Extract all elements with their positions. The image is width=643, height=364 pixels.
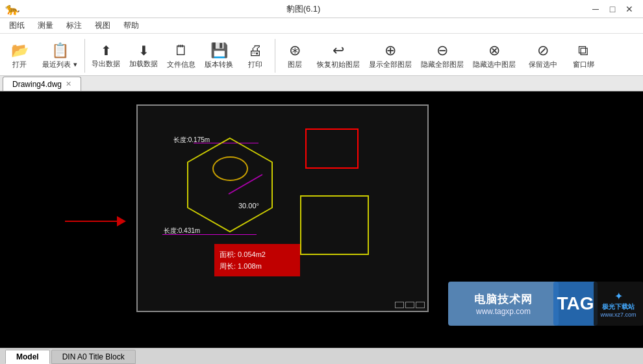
drawing-area: 长度:0.175m 30.00° 长度:0.431m 面积: 0.054m2 周… <box>136 104 429 312</box>
mark1 <box>395 302 404 308</box>
app-logo: 🐆 <box>5 2 19 16</box>
fileinfo-label: 文件信息 <box>167 60 195 69</box>
watermark-sitename: 电脑技术网 <box>474 292 533 307</box>
export-button[interactable]: ⬆ 导出数据 <box>88 38 124 75</box>
doc-tab-label: Drawing4.dwg <box>12 80 62 89</box>
separator1 <box>84 39 85 73</box>
window-label: 窗口绑 <box>573 60 594 69</box>
separator2 <box>275 39 275 73</box>
menu-item-measure[interactable]: 测量 <box>31 19 60 32</box>
jiguang-logo: ✦ 极光下载站 www.xz7.com <box>594 282 643 326</box>
info-area: 面积: 0.054m2 <box>220 250 295 260</box>
corner-marks <box>395 302 425 308</box>
titlebar: 🐆 豹图(6.1) ─ □ ✕ <box>0 0 643 18</box>
keep-sel-label: 保留选中 <box>529 60 557 69</box>
window-icon: ⧉ <box>578 43 588 58</box>
tag-label: TAG <box>557 293 594 314</box>
maximize-button[interactable]: □ <box>604 3 621 16</box>
recent-label: 最近列表 ▾ <box>42 60 77 69</box>
jiguang-url: www.xz7.com <box>600 311 636 318</box>
open-button[interactable]: 📂 打开 <box>3 38 36 75</box>
hide-sel-button[interactable]: ⊗ 隐藏选中图层 <box>469 38 520 75</box>
doc-tab-close[interactable]: ✕ <box>66 80 71 88</box>
status-tab-din[interactable]: DIN A0 Title Block <box>51 350 136 364</box>
logo-icon: 🐆 <box>5 2 19 16</box>
jiguang-text: 极光下载站 <box>602 302 635 311</box>
export-icon: ⬆ <box>101 44 112 57</box>
jiguang-star: ✦ <box>614 290 623 302</box>
fileinfo-button[interactable]: 🗒 文件信息 <box>163 38 199 75</box>
open-icon: 📂 <box>11 43 29 58</box>
menu-item-help[interactable]: 帮助 <box>117 19 145 32</box>
minimize-button[interactable]: ─ <box>587 3 604 16</box>
recent-button[interactable]: 📋 最近列表 ▾ <box>38 38 82 75</box>
recent-icon: 📋 <box>51 43 69 58</box>
info-perimeter: 周长: 1.008m <box>220 261 295 271</box>
hide-layer-label: 隐藏全部图层 <box>421 60 464 69</box>
red-rect-shape <box>305 128 359 169</box>
hide-sel-label: 隐藏选中图层 <box>473 60 516 69</box>
menu-item-view[interactable]: 视图 <box>88 19 117 32</box>
yellow-rect-shape <box>300 195 369 255</box>
open-label: 打开 <box>12 60 27 69</box>
restore-layer-icon: ↩ <box>333 43 344 58</box>
app-title: 豹图(6.1) <box>19 3 587 15</box>
main-canvas: 长度:0.175m 30.00° 长度:0.431m 面积: 0.054m2 周… <box>0 91 643 348</box>
mark3 <box>416 302 425 308</box>
ribbon: 图纸 测量 标注 视图 帮助 📂 打开 📋 最近列表 ▾ ⬆ 导出数据 ⬇ 加载… <box>0 18 643 76</box>
arrow-head <box>117 216 126 226</box>
menu-item-annotation[interactable]: 标注 <box>60 19 88 32</box>
hide-layer-button[interactable]: ⊖ 隐藏全部图层 <box>417 38 468 75</box>
show-layer-button[interactable]: ⊕ 显示全部图层 <box>365 38 416 75</box>
export-label: 导出数据 <box>92 59 120 69</box>
print-icon: 🖨 <box>248 43 262 58</box>
menu-bar: 图纸 测量 标注 视图 帮助 <box>0 18 643 34</box>
convert-button[interactable]: 💾 版本转换 <box>201 38 237 75</box>
arrow-shaft <box>65 221 117 222</box>
toolbar: 📂 打开 📋 最近列表 ▾ ⬆ 导出数据 ⬇ 加载数据 🗒 文件信息 💾 版本转… <box>0 34 643 75</box>
arrow-indicator <box>65 216 126 226</box>
show-layer-label: 显示全部图层 <box>369 60 412 69</box>
ellipse-shape <box>212 156 248 181</box>
menu-item-drawings[interactable]: 图纸 <box>3 19 31 32</box>
dim-label-bottom: 长度:0.431m <box>164 226 200 236</box>
hexagon-svg <box>178 132 282 236</box>
angle-label: 30.00° <box>238 202 259 210</box>
layer-label: 图层 <box>288 60 302 69</box>
tab-row: Drawing4.dwg ✕ <box>0 76 643 91</box>
status-tab-model[interactable]: Model <box>5 350 50 364</box>
watermark-overlay: 电脑技术网 www.tagxp.com <box>448 282 559 326</box>
watermark-tag: TAG <box>553 282 598 326</box>
layer-icon: ⊛ <box>289 43 301 58</box>
show-layer-icon: ⊕ <box>385 43 396 58</box>
hide-sel-icon: ⊗ <box>488 43 500 58</box>
doc-tab-drawing4[interactable]: Drawing4.dwg ✕ <box>3 77 81 91</box>
info-box: 面积: 0.054m2 周长: 1.008m <box>214 244 300 276</box>
convert-label: 版本转换 <box>205 60 233 69</box>
keep-sel-button[interactable]: ⊘ 保留选中 <box>521 38 565 75</box>
import-label: 加载数据 <box>129 59 158 69</box>
statusbar: Model DIN A0 Title Block <box>0 348 643 364</box>
watermark-url: www.tagxp.com <box>476 307 531 316</box>
hide-layer-icon: ⊖ <box>436 43 448 58</box>
print-button[interactable]: 🖨 打印 <box>238 38 272 75</box>
hexagon-polygon <box>188 138 272 232</box>
fileinfo-icon: 🗒 <box>174 43 188 58</box>
keep-sel-icon: ⊘ <box>537 43 549 58</box>
convert-icon: 💾 <box>210 43 228 58</box>
window-controls: ─ □ ✕ <box>587 3 638 16</box>
window-button[interactable]: ⧉ 窗口绑 <box>566 38 600 75</box>
restore-layer-button[interactable]: ↩ 恢复初始图层 <box>313 38 364 75</box>
restore-layer-label: 恢复初始图层 <box>317 60 360 69</box>
print-label: 打印 <box>248 60 262 69</box>
layer-button[interactable]: ⊛ 图层 <box>278 38 312 75</box>
import-button[interactable]: ⬇ 加载数据 <box>125 38 162 75</box>
close-button[interactable]: ✕ <box>621 3 638 16</box>
import-icon: ⬇ <box>138 44 149 57</box>
hexagon-shape <box>178 132 282 237</box>
mark2 <box>405 302 414 308</box>
